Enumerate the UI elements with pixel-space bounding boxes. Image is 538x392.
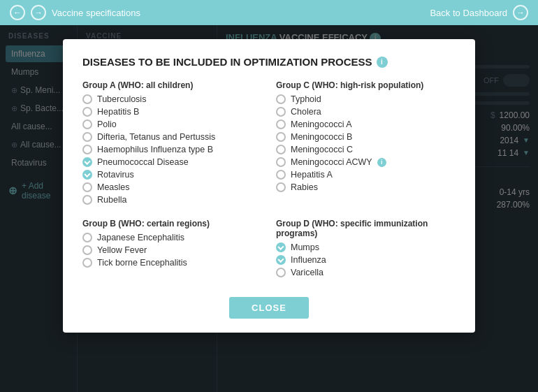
haemophilus-label: Haemophilus Influenza type B (97, 145, 213, 154)
top-bar: ← → Vaccine specifications Back to Dashb… (0, 0, 538, 25)
top-bar-left: ← → Vaccine specifications (10, 5, 140, 20)
disease-hepatitis-b: Hepatitis B (82, 107, 262, 117)
cholera-label: Cholera (291, 107, 321, 117)
radio-measles[interactable] (82, 182, 92, 192)
disease-varicella: Varicella (276, 268, 456, 277)
disease-rubella: Rubella (82, 195, 262, 205)
radio-rabies[interactable] (276, 182, 286, 192)
meningococci-a-label: Meningococci A (291, 119, 352, 129)
radio-haemophilus[interactable] (82, 145, 92, 154)
modal-dialog: DISEASES TO BE INCLUDED IN OPTIMIZATION … (63, 39, 475, 333)
radio-meningococci-c[interactable] (276, 145, 286, 154)
disease-meningococci-c: Meningococci C (276, 145, 456, 154)
pneumococcal-label: Pneumococcal Disease (97, 157, 189, 167)
group-d: Group D (WHO: specific immunization prog… (276, 219, 456, 280)
radio-rotavirus[interactable] (82, 170, 92, 180)
radio-polio[interactable] (82, 119, 92, 129)
disease-polio: Polio (82, 119, 262, 129)
radio-tick-borne[interactable] (82, 258, 92, 268)
radio-influenza[interactable] (276, 255, 286, 265)
forward-nav-button[interactable]: → (31, 5, 46, 20)
disease-influenza: Influenza (276, 255, 456, 265)
modal-title: DISEASES TO BE INCLUDED IN OPTIMIZATION … (82, 56, 456, 68)
radio-rubella[interactable] (82, 195, 92, 205)
radio-yellow-fever[interactable] (82, 245, 92, 255)
disease-yellow-fever: Yellow Fever (82, 245, 262, 255)
group-c: Group C (WHO: high-risk population) Typh… (276, 80, 456, 208)
meningococci-b-label: Meningococci B (291, 132, 352, 142)
disease-rabies: Rabies (276, 182, 456, 192)
radio-tuberculosis[interactable] (82, 94, 92, 104)
influenza-label: Influenza (291, 255, 326, 265)
disease-cholera: Cholera (276, 107, 456, 117)
close-button-container: CLOSE (82, 297, 456, 319)
disease-hepatitis-a: Hepatitis A (276, 170, 456, 180)
typhoid-label: Typhoid (291, 94, 321, 104)
varicella-label: Varicella (291, 268, 323, 277)
disease-haemophilus: Haemophilus Influenza type B (82, 145, 262, 154)
radio-mumps[interactable] (276, 242, 286, 252)
radio-meningococci-a[interactable] (276, 119, 286, 129)
group-b-title: Group B (WHO: certain regions) (82, 219, 262, 228)
modal-info-icon[interactable]: i (377, 57, 388, 68)
meningococci-c-label: Meningococci C (291, 145, 353, 154)
radio-japanese-enceph[interactable] (82, 233, 92, 242)
dashboard-nav-button[interactable]: → (513, 5, 528, 20)
disease-measles: Measles (82, 182, 262, 192)
meningococci-acwy-label: Meningococci ACWY (291, 157, 372, 167)
radio-varicella[interactable] (276, 268, 286, 277)
radio-typhoid[interactable] (276, 94, 286, 104)
disease-meningococci-b: Meningococci B (276, 132, 456, 142)
radio-hepatitis-a[interactable] (276, 170, 286, 180)
tick-borne-label: Tick borne Encephalitis (97, 258, 187, 268)
disease-tick-borne: Tick borne Encephalitis (82, 258, 262, 268)
radio-meningococci-b[interactable] (276, 132, 286, 142)
back-dashboard-label[interactable]: Back to Dashboard (430, 8, 507, 18)
measles-label: Measles (97, 182, 130, 192)
group-c-title: Group C (WHO: high-risk population) (276, 80, 456, 90)
modal-overlay: DISEASES TO BE INCLUDED IN OPTIMIZATION … (0, 25, 538, 392)
disease-japanese-enceph: Japanese Encephalitis (82, 233, 262, 242)
hepatitis-b-label: Hepatitis B (97, 107, 139, 117)
group-d-title: Group D (WHO: specific immunization prog… (276, 219, 456, 238)
radio-meningococci-acwy[interactable] (276, 157, 286, 167)
radio-hepatitis-b[interactable] (82, 107, 92, 117)
disease-mumps: Mumps (276, 242, 456, 252)
difteria-label: Difteria, Tetanus and Pertussis (97, 132, 215, 142)
radio-difteria[interactable] (82, 132, 92, 142)
disease-meningococci-a: Meningococci A (276, 119, 456, 129)
disease-pneumococcal: Pneumococcal Disease (82, 157, 262, 167)
rabies-label: Rabies (291, 182, 318, 192)
group-b: Group B (WHO: certain regions) Japanese … (82, 219, 262, 280)
disease-rotavirus: Rotavirus (82, 170, 262, 180)
disease-tuberculosis: Tuberculosis (82, 94, 262, 104)
disease-difteria: Difteria, Tetanus and Pertussis (82, 132, 262, 142)
japanese-enceph-label: Japanese Encephalitis (97, 233, 184, 242)
page-title: Vaccine specifications (52, 8, 140, 18)
tuberculosis-label: Tuberculosis (97, 94, 146, 104)
polio-label: Polio (97, 119, 117, 129)
rotavirus-label: Rotavirus (97, 170, 134, 180)
meningococci-acwy-info-icon[interactable]: i (377, 158, 386, 167)
close-button[interactable]: CLOSE (229, 297, 309, 319)
radio-cholera[interactable] (276, 107, 286, 117)
group-a: Group A (WHO: all children) Tuberculosis… (82, 80, 262, 208)
hepatitis-a-label: Hepatitis A (291, 170, 333, 180)
modal-body: Group A (WHO: all children) Tuberculosis… (82, 80, 456, 291)
yellow-fever-label: Yellow Fever (97, 245, 147, 255)
radio-pneumococcal[interactable] (82, 157, 92, 167)
mumps-label: Mumps (291, 242, 319, 252)
modal-title-text: DISEASES TO BE INCLUDED IN OPTIMIZATION … (82, 56, 372, 68)
group-a-title: Group A (WHO: all children) (82, 80, 262, 90)
main-area: DISEASES Influenza Mumps ⊕Sp. Meni... ⊕S… (0, 25, 538, 392)
disease-typhoid: Typhoid (276, 94, 456, 104)
top-bar-right: Back to Dashboard → (430, 5, 528, 20)
back-nav-button[interactable]: ← (10, 5, 25, 20)
disease-meningococci-acwy: Meningococci ACWY i (276, 157, 456, 167)
rubella-label: Rubella (97, 195, 126, 205)
